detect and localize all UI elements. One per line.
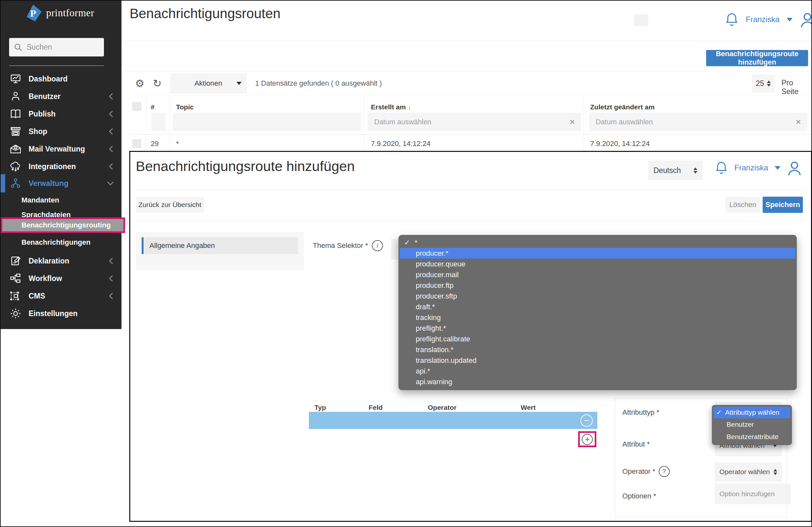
dropdown-option[interactable]: producer.queue bbox=[399, 259, 796, 269]
user-avatar-icon[interactable] bbox=[787, 160, 802, 176]
sidebar-item-mail-verwaltung[interactable]: @ Mail Verwaltung bbox=[1, 140, 121, 158]
option-input[interactable] bbox=[715, 483, 791, 504]
dropdown-option[interactable]: preflight.* bbox=[399, 323, 796, 334]
dropdown-option[interactable]: Benutzerattribute bbox=[714, 431, 790, 443]
dropdown-option[interactable]: draft.* bbox=[399, 301, 796, 312]
user-avatar-icon[interactable] bbox=[800, 11, 812, 28]
user-caret-down-icon[interactable] bbox=[775, 166, 781, 170]
row-divider bbox=[130, 134, 811, 135]
add-route-button[interactable]: Benachrichtigungsroute hinzufügen bbox=[706, 50, 808, 66]
dropdown-option[interactable]: translation.updated bbox=[399, 355, 796, 366]
bell-icon[interactable] bbox=[715, 160, 728, 175]
page-title: Benachrichtigungsrouten bbox=[130, 6, 281, 21]
column-header-created[interactable]: Erstellt am ↓ bbox=[371, 103, 411, 111]
column-header-number[interactable]: # bbox=[151, 103, 155, 111]
column-header-modified[interactable]: Zuletzt geändert am bbox=[590, 103, 654, 111]
printformer-logo-icon: P bbox=[24, 4, 42, 22]
dropdown-option-highlighted[interactable]: producer.* bbox=[400, 248, 795, 259]
page-size-value: 25 bbox=[756, 79, 764, 88]
sidebar-subitem-benachrichtigungen[interactable]: Benachrichtigungen bbox=[1, 235, 121, 250]
sidebar-search[interactable] bbox=[9, 38, 104, 57]
column-header-topic[interactable]: Topic bbox=[176, 103, 193, 111]
back-to-overview-button[interactable]: Zurück zur Übersicht bbox=[136, 197, 204, 213]
number-filter-input[interactable] bbox=[151, 112, 166, 131]
modified-date-filter[interactable]: Datum auswählen × bbox=[589, 112, 808, 131]
workflow-icon bbox=[9, 272, 22, 285]
cell-number: 29 bbox=[151, 139, 159, 148]
gear-icon bbox=[9, 307, 22, 320]
tab-allgemeine-angaben[interactable]: Allgemeine Angaben bbox=[142, 237, 298, 254]
dropdown-option[interactable]: producer.sftp bbox=[399, 291, 796, 301]
user-name[interactable]: Franziska bbox=[734, 163, 768, 172]
sort-desc-icon[interactable]: ↓ bbox=[408, 103, 411, 111]
header-user-area: Franziska bbox=[725, 11, 812, 28]
select-stepper-icon bbox=[773, 469, 777, 475]
delete-button[interactable]: Löschen bbox=[725, 197, 760, 213]
page-size-select[interactable]: 25 bbox=[752, 75, 775, 92]
sidebar-item-dashboard[interactable]: Dashboard bbox=[1, 70, 121, 88]
created-date-filter[interactable]: Datum auswählen × bbox=[368, 112, 581, 131]
operator-select[interactable]: Operator wählen bbox=[715, 462, 782, 482]
dropdown-option[interactable]: api.warning bbox=[399, 376, 796, 387]
sidebar-item-verwaltung[interactable]: Verwaltung bbox=[1, 174, 121, 193]
sidebar-item-shop[interactable]: Shop bbox=[1, 123, 121, 140]
info-icon[interactable]: i bbox=[372, 240, 383, 251]
dropdown-option-selected[interactable]: ✓Attributtyp wählen bbox=[714, 407, 790, 418]
dropdown-option[interactable]: producer.mail bbox=[399, 269, 796, 280]
add-route-modal: Benachrichtigungsroute hinzufügen Deutsc… bbox=[129, 151, 812, 522]
sidebar-item-workflow[interactable]: Workflow bbox=[1, 270, 121, 287]
user-icon bbox=[9, 90, 22, 103]
chevron-left-icon bbox=[108, 145, 114, 153]
condition-row[interactable]: − bbox=[309, 412, 597, 429]
date-placeholder: Datum auswählen bbox=[596, 118, 653, 126]
search-input[interactable] bbox=[26, 43, 92, 52]
brand[interactable]: P printformer bbox=[24, 4, 94, 22]
language-selector-placeholder[interactable] bbox=[634, 14, 648, 26]
user-caret-down-icon[interactable] bbox=[787, 18, 793, 21]
user-name[interactable]: Franziska bbox=[746, 15, 780, 24]
language-select[interactable]: Deutsch bbox=[648, 161, 702, 180]
add-condition-icon[interactable]: + bbox=[582, 434, 593, 445]
dropdown-option[interactable]: api.* bbox=[399, 366, 796, 376]
sidebar-item-label: Shop bbox=[29, 127, 47, 136]
help-icon[interactable]: ? bbox=[659, 466, 670, 477]
row-checkbox[interactable] bbox=[132, 139, 141, 148]
dropdown-option-selected[interactable]: ✓* bbox=[399, 237, 796, 248]
sidebar-item-deklaration[interactable]: Deklaration bbox=[1, 252, 121, 270]
subitem-label: Benachrichtigungen bbox=[21, 238, 91, 246]
dropdown-option[interactable]: producer.ftp bbox=[399, 280, 796, 291]
sidebar-divider bbox=[9, 65, 104, 66]
clear-filter-icon[interactable]: × bbox=[570, 117, 575, 127]
book-icon bbox=[9, 107, 22, 120]
conditions-header-feld: Feld bbox=[369, 404, 382, 411]
dropdown-option[interactable]: preflight.calibrate bbox=[399, 334, 796, 344]
column-header-label: Erstellt am bbox=[371, 103, 406, 111]
sidebar-item-einstellungen[interactable]: Einstellungen bbox=[1, 305, 121, 322]
save-button[interactable]: Speichern bbox=[763, 197, 803, 213]
sidebar-subitem-benachrichtigungsrouting[interactable]: Benachrichtigungsrouting bbox=[1, 217, 125, 233]
select-all-checkbox[interactable] bbox=[132, 102, 141, 111]
table-settings-gear-icon[interactable]: ⚙ bbox=[135, 78, 145, 89]
dropdown-option[interactable]: tracking bbox=[399, 312, 796, 323]
sidebar-item-cms[interactable]: CMS bbox=[1, 287, 121, 305]
refresh-icon[interactable]: ↻ bbox=[153, 78, 162, 89]
dropdown-option[interactable]: Benutzer bbox=[714, 418, 790, 431]
column-divider bbox=[584, 96, 584, 152]
field-label: Thema Selektor * bbox=[313, 241, 368, 250]
actions-dropdown[interactable]: Aktionen bbox=[170, 73, 247, 93]
operator-label: Operator * ? bbox=[622, 466, 670, 477]
remove-condition-icon[interactable]: − bbox=[580, 415, 593, 427]
chevron-left-icon bbox=[108, 163, 114, 170]
cms-icon bbox=[9, 289, 22, 302]
dropdown-option[interactable]: translation.* bbox=[399, 344, 796, 355]
sidebar-item-integrationen[interactable]: Integrationen bbox=[1, 158, 121, 175]
chevron-left-icon bbox=[108, 92, 114, 100]
topic-filter-input[interactable] bbox=[173, 118, 361, 126]
bell-icon[interactable] bbox=[725, 12, 739, 27]
sidebar-item-benutzer[interactable]: Benutzer bbox=[1, 88, 121, 105]
sidebar-item-label: Deklaration bbox=[29, 257, 69, 266]
app-window: P printformer Dashboard Benutzer Publish bbox=[0, 0, 812, 527]
sidebar-item-publish[interactable]: Publish bbox=[1, 105, 121, 123]
sidebar-subitem-mandanten[interactable]: Mandanten bbox=[1, 193, 121, 208]
clear-filter-icon[interactable]: × bbox=[796, 117, 801, 127]
